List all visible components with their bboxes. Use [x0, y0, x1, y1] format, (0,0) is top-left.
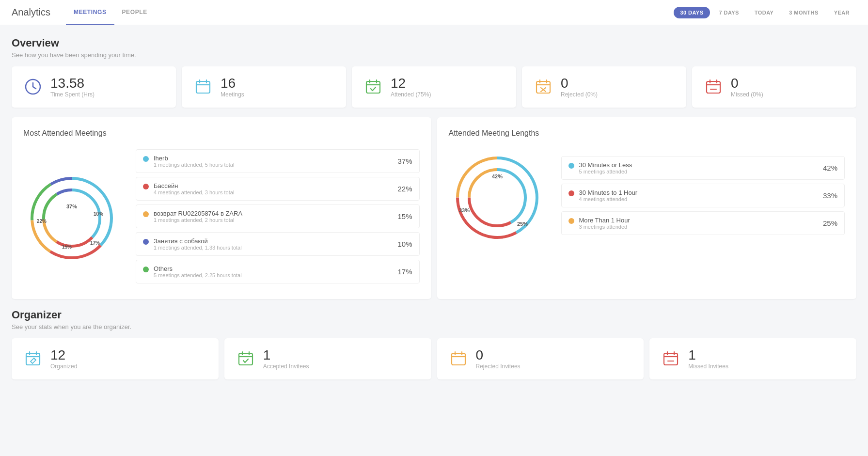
stat-info-missed: 0 Missed (0%)	[731, 76, 763, 98]
legend-name-dog: Занятия с собакой	[154, 237, 393, 245]
svg-text:33%: 33%	[458, 207, 469, 213]
cal-orange-empty-icon	[449, 349, 468, 368]
stat-card-time-spent: 13.58 Time Spent (Hrs)	[12, 66, 176, 108]
stat-info-accepted: 1 Accepted Invitees	[263, 348, 309, 370]
most-attended-donut: 37% 22% 15% 17% 10%	[23, 170, 120, 267]
main-content: Overview See how you have been spending …	[0, 25, 868, 391]
legend-pct-iherb: 37%	[397, 157, 412, 165]
org-card-accepted: 1 Accepted Invitees	[224, 338, 431, 379]
period-30days[interactable]: 30 DAYS	[674, 7, 710, 18]
legend-pct-30to1hr: 33%	[823, 191, 837, 200]
legend-dot-30less	[568, 163, 574, 169]
app-title: Analytics	[12, 7, 50, 18]
legend-dot-bassein	[143, 184, 149, 189]
stat-card-attended: 12 Attended (75%)	[352, 66, 516, 108]
legend-item-dog: Занятия с собакой 1 meetings attended, 1…	[136, 232, 420, 256]
stat-label-rejected-inv: Rejected Invitees	[476, 363, 521, 370]
overview-subtitle: See how you have been spending your time…	[12, 51, 856, 59]
period-year[interactable]: YEAR	[827, 7, 856, 18]
svg-text:25%: 25%	[517, 221, 527, 227]
legend-name-1hrplus: More Than 1 Hour	[579, 217, 818, 224]
svg-text:10%: 10%	[94, 211, 103, 217]
stat-card-missed: 0 Missed (0%)	[692, 66, 856, 108]
stat-card-rejected: 0 Rejected (0%)	[522, 66, 686, 108]
legend-dot-1hrplus	[568, 218, 574, 224]
svg-line-44	[34, 358, 36, 360]
stat-info-meetings: 16 Meetings	[221, 76, 244, 98]
stat-label-missed-inv: Missed Invitees	[688, 363, 728, 370]
stat-value-time-spent: 13.58	[50, 76, 95, 91]
legend-sub-30to1hr: 4 meetings attended	[579, 196, 818, 202]
stat-label-rejected: Rejected (0%)	[561, 91, 598, 98]
legend-name-bassein: Бассейн	[154, 182, 393, 189]
legend-name-30less: 30 Minutes or Less	[579, 161, 818, 169]
svg-text:22%: 22%	[37, 219, 47, 224]
legend-item-zara: возврат RU022058764 в ZARA 1 meetings at…	[136, 204, 420, 228]
svg-text:37%: 37%	[66, 204, 77, 209]
org-card-organized: 12 Organized	[12, 338, 219, 379]
legend-sub-1hrplus: 3 meetings attended	[579, 224, 818, 230]
nav-tabs: MEETINGS PEOPLE	[66, 0, 155, 25]
legend-item-others: Others 5 meetings attended, 2.25 hours t…	[136, 260, 420, 283]
stat-value-attended: 12	[391, 76, 431, 91]
tab-people[interactable]: PEOPLE	[114, 0, 155, 25]
organizer-cards: 12 Organized 1 Accepted In	[12, 338, 856, 379]
overview-stat-cards: 13.58 Time Spent (Hrs) 16 Meetings	[12, 66, 856, 108]
most-attended-card: Most Attended Meetings 37%	[12, 117, 431, 299]
legend-item-1hrplus: More Than 1 Hour 3 meetings attended 25%	[561, 211, 845, 235]
legend-sub-iherb: 1 meetings attended, 5 hours total	[154, 162, 393, 168]
stat-label-missed: Missed (0%)	[731, 91, 763, 98]
cal-red-minus-icon	[661, 349, 680, 368]
meeting-lengths-donut: 42% 33% 25%	[449, 149, 546, 246]
legend-pct-30less: 42%	[823, 164, 837, 172]
legend-dot-dog	[143, 239, 149, 245]
stat-value-missed-inv: 1	[688, 348, 728, 363]
legend-item-30less: 30 Minutes or Less 5 meetings attended 4…	[561, 156, 845, 180]
legend-dot-zara	[143, 211, 149, 217]
legend-pct-1hrplus: 25%	[823, 219, 837, 227]
period-7days[interactable]: 7 DAYS	[712, 7, 745, 18]
meeting-lengths-title: Attended Meeting Lengths	[449, 129, 845, 138]
tab-meetings[interactable]: MEETINGS	[66, 0, 114, 25]
cal-blue-icon	[193, 77, 213, 96]
svg-rect-7	[366, 81, 380, 93]
legend-sub-bassein: 4 meetings attended, 3 hours total	[154, 189, 393, 195]
svg-text:17%: 17%	[90, 240, 100, 246]
cal-orange-icon	[534, 77, 553, 96]
legend-pct-zara: 15%	[397, 212, 412, 220]
legend-dot-30to1hr	[568, 190, 574, 196]
legend-dot-others	[143, 267, 149, 272]
most-attended-legend: Iherb 1 meetings attended, 5 hours total…	[136, 149, 420, 287]
stat-label-accepted: Accepted Invitees	[263, 363, 309, 370]
stat-info-time-spent: 13.58 Time Spent (Hrs)	[50, 76, 95, 98]
overview-section: Overview See how you have been spending …	[12, 37, 856, 108]
period-3months[interactable]: 3 MONTHS	[782, 7, 825, 18]
legend-item-bassein: Бассейн 4 meetings attended, 3 hours tot…	[136, 177, 420, 201]
organizer-section: Organizer See your stats when you are th…	[12, 309, 856, 379]
period-filters: 30 DAYS 7 DAYS TODAY 3 MONTHS YEAR	[674, 7, 857, 18]
stat-info-missed-inv: 1 Missed Invitees	[688, 348, 728, 370]
stat-value-missed: 0	[731, 76, 763, 91]
organizer-subtitle: See your stats when you are the organize…	[12, 323, 856, 330]
stat-label-attended: Attended (75%)	[391, 91, 431, 98]
legend-pct-others: 17%	[397, 267, 412, 276]
period-today[interactable]: TODAY	[748, 7, 781, 18]
header: Analytics MEETINGS PEOPLE 30 DAYS 7 DAYS…	[0, 0, 868, 25]
stat-card-meetings: 16 Meetings	[182, 66, 346, 108]
legend-item-iherb: Iherb 1 meetings attended, 5 hours total…	[136, 149, 420, 173]
svg-rect-45	[239, 353, 253, 365]
cal-green-check-icon	[236, 349, 255, 368]
svg-rect-11	[537, 81, 550, 93]
most-attended-title: Most Attended Meetings	[23, 129, 420, 138]
svg-text:42%: 42%	[491, 173, 502, 179]
stat-label-time-spent: Time Spent (Hrs)	[50, 91, 95, 98]
legend-name-30to1hr: 30 Minutes to 1 Hour	[579, 189, 818, 196]
stat-info-organized: 12 Organized	[50, 348, 77, 370]
stat-info-rejected-inv: 0 Rejected Invitees	[476, 348, 521, 370]
legend-name-zara: возврат RU022058764 в ZARA	[154, 210, 393, 217]
clock-icon	[23, 77, 43, 96]
legend-sub-30less: 5 meetings attended	[579, 169, 818, 174]
legend-sub-others: 5 meetings attended, 2.25 hours total	[154, 272, 393, 278]
charts-row: Most Attended Meetings 37%	[12, 117, 856, 299]
org-card-rejected-inv: 0 Rejected Invitees	[437, 338, 644, 379]
